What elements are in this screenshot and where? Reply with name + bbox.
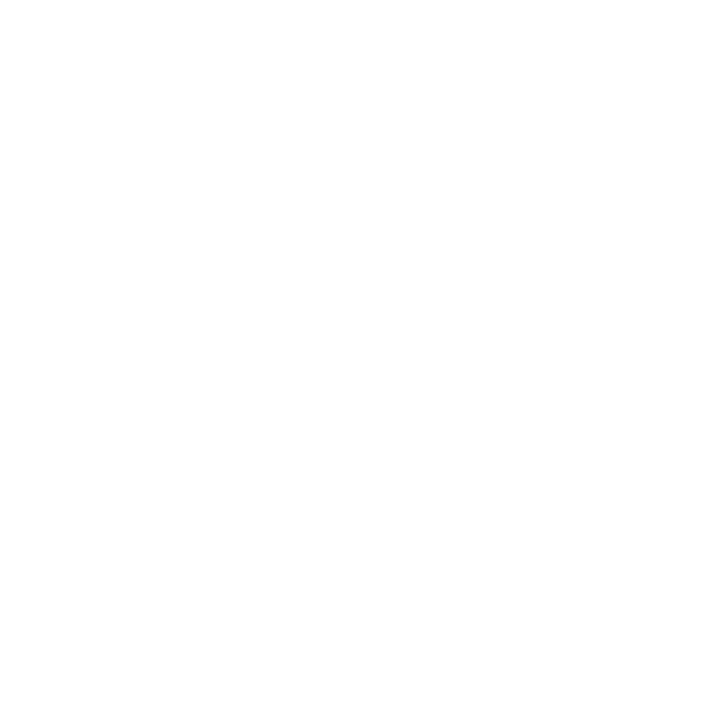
plot-background [0,0,728,728]
bottleneck-chart [0,0,728,728]
chart-container [0,0,728,728]
